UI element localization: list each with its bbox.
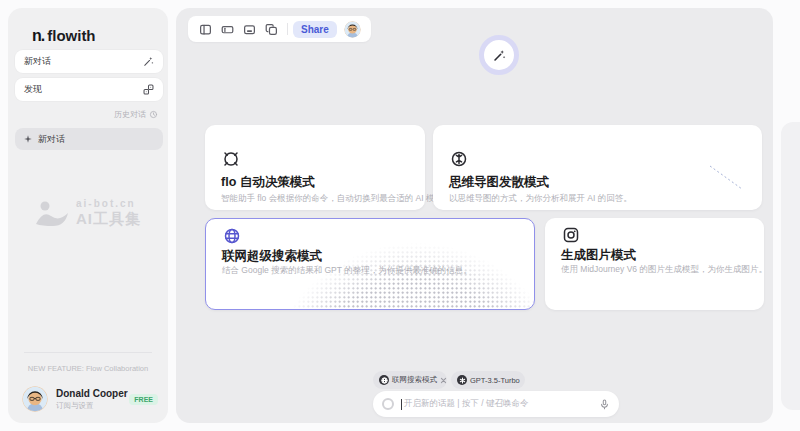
magic-wand-icon — [143, 56, 154, 67]
discover-label: 发现 — [24, 83, 42, 96]
feature-banner: NEW FEATURE: Flow Collaboration — [8, 364, 168, 373]
user-avatar — [22, 386, 48, 412]
app-title: flowith — [47, 27, 95, 44]
top-toolbar: Share — [188, 16, 371, 42]
focus-target-icon — [221, 149, 241, 173]
ai-bot-logo-icon — [35, 200, 69, 227]
cursor-trail-decoration — [709, 165, 743, 191]
magic-wand-icon — [493, 49, 506, 62]
input-placeholder: 开启新的话题 | 按下 / 键召唤命令 — [404, 398, 529, 410]
toggle-sidebar-button[interactable] — [194, 20, 216, 38]
plan-badge: FREE — [129, 394, 158, 405]
text-caret — [401, 399, 402, 410]
mode-card-image-generation[interactable]: 生成图片模式 使用 MidJourney V6 的图片生成模型，为你生成图片。 — [545, 218, 764, 310]
mode-title: 联网超级搜索模式 — [222, 248, 322, 265]
mode-title: 思维导图发散模式 — [449, 174, 549, 191]
session-label: 新对话 — [38, 133, 65, 146]
mode-description: 使用 MidJourney V6 的图片生成模型，为你生成图片。 — [561, 264, 767, 276]
panel-left-icon — [199, 23, 212, 36]
user-account-row[interactable]: Donald Cooper 订阅与设置 FREE — [22, 384, 158, 414]
watermark-line1: ai-bot.cn — [76, 198, 141, 209]
rename-button[interactable] — [216, 20, 238, 38]
mode-card-auto-decision[interactable]: flo 自动决策模式 智能助手 flo 会根据你的命令，自动切换到最合适的 AI… — [205, 125, 425, 210]
next-canvas-peek — [781, 122, 800, 410]
toolbar-divider — [287, 23, 288, 35]
chip-label: 联网搜索模式 — [392, 375, 437, 385]
watermark: ai-bot.cn AI工具集 — [8, 198, 168, 229]
microphone-icon — [599, 399, 610, 410]
watermark-line2: AI工具集 — [76, 210, 141, 229]
chip-web-search-mode[interactable]: 联网搜索模式 — [373, 371, 447, 389]
app-logo: n. flowith — [32, 27, 96, 45]
canvas-area — [176, 8, 773, 423]
globe-badge-icon — [379, 375, 389, 385]
mode-card-mind-map[interactable]: 思维导图发散模式 以思维导图的方式，为你分析和展开 AI 的回答。 — [433, 125, 762, 210]
mode-description: 结合 Google 搜索的结果和 GPT 的整理，为你提供最准确的信息。 — [222, 265, 472, 277]
dices-icon — [143, 84, 154, 95]
flowith-logo-icon: n. — [32, 27, 44, 45]
openai-badge-icon — [457, 375, 467, 385]
sidebar-item-discover[interactable]: 发现 — [15, 78, 163, 101]
image-camera-icon — [561, 225, 581, 249]
wand-mode-button[interactable] — [479, 35, 519, 75]
user-subtitle: 订阅与设置 — [56, 401, 128, 411]
microphone-button[interactable] — [599, 399, 610, 410]
presentation-button[interactable] — [238, 20, 260, 38]
sidebar-divider — [24, 352, 152, 353]
sidebar: n. flowith 新对话 发现 历史对话 — [8, 8, 168, 423]
user-name: Donald Cooper — [56, 388, 128, 399]
history-link[interactable]: 历史对话 — [114, 109, 158, 120]
app-window: n. flowith 新对话 发现 历史对话 — [0, 0, 800, 431]
history-label: 历史对话 — [114, 109, 146, 120]
screen-caption-icon — [243, 23, 256, 36]
sidebar-session-item[interactable]: 新对话 — [15, 128, 163, 150]
sparkle-icon — [23, 134, 33, 144]
user-meta: Donald Cooper 订阅与设置 — [56, 388, 128, 411]
new-chat-label: 新对话 — [24, 55, 51, 68]
message-input[interactable]: 开启新的话题 | 按下 / 键召唤命令 — [373, 391, 619, 417]
status-ring-icon — [382, 398, 394, 410]
chip-label: GPT-3.5-Turbo — [470, 376, 520, 385]
globe-icon — [222, 226, 242, 250]
share-button[interactable]: Share — [293, 21, 337, 38]
watermark-text: ai-bot.cn AI工具集 — [76, 198, 141, 229]
mode-card-web-search[interactable]: 联网超级搜索模式 结合 Google 搜索的结果和 GPT 的整理，为你提供最准… — [205, 218, 535, 310]
mode-title: 生成图片模式 — [561, 247, 636, 264]
history-clock-icon — [149, 110, 158, 119]
toolbar-avatar[interactable] — [344, 21, 361, 38]
mode-description: 以思维导图的方式，为你分析和展开 AI 的回答。 — [449, 193, 632, 205]
chip-close-icon[interactable] — [440, 377, 447, 384]
sidebar-item-new-chat[interactable]: 新对话 — [15, 50, 163, 73]
mind-map-icon — [449, 149, 469, 173]
chip-model-gpt35[interactable]: GPT-3.5-Turbo — [451, 371, 525, 389]
mode-description: 智能助手 flo 会根据你的命令，自动切换到最合适的 AI 模型。 — [221, 193, 451, 205]
mode-title: flo 自动决策模式 — [221, 174, 315, 191]
form-input-icon — [221, 23, 234, 36]
copy-button[interactable] — [260, 20, 282, 38]
copy-icon — [265, 23, 278, 36]
